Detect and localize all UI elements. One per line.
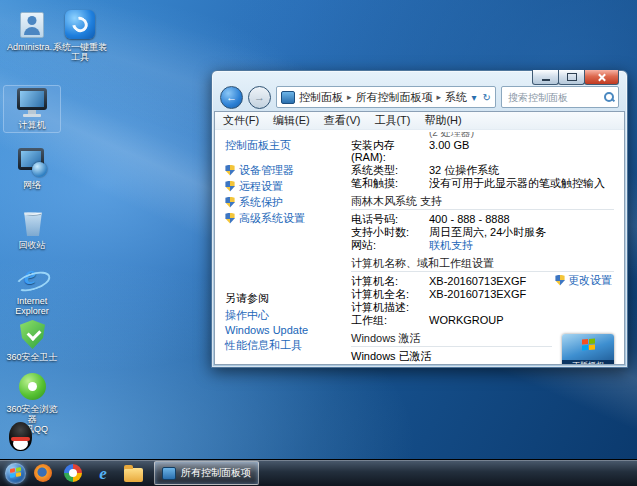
- recycle-bin-icon: [16, 208, 48, 238]
- desktop-icon-label: Internet Explorer: [4, 296, 60, 316]
- breadcrumb[interactable]: 控制面板 所有控制面板项 系统: [276, 86, 496, 108]
- desktop-icon-qq[interactable]: 腾讯QQ: [4, 422, 60, 436]
- section-title: 计算机名称、域和工作组设置: [351, 257, 614, 272]
- sidebar-home-link[interactable]: 控制面板主页: [225, 139, 343, 151]
- row-value: [429, 301, 614, 313]
- windows-flag-icon: [10, 467, 21, 478]
- breadcrumb-dropdown-icon[interactable]: [472, 92, 477, 103]
- desktop-icon-recycle-bin[interactable]: 回收站: [4, 206, 60, 252]
- refresh-icon[interactable]: [483, 92, 491, 103]
- breadcrumb-control-panel[interactable]: 控制面板: [299, 90, 343, 105]
- activation-status-row: Windows 已激活: [351, 350, 552, 362]
- shield-icon: [16, 320, 48, 350]
- change-settings-label: 更改设置: [568, 274, 612, 286]
- processor-partial-text: (2 处理器): [429, 132, 614, 139]
- menu-file[interactable]: 文件(F): [223, 113, 259, 128]
- genuine-windows-badge: 正版授权: [562, 334, 614, 364]
- windows-flag-icon: [582, 338, 595, 350]
- sidebar-item-label: 高级系统设置: [239, 212, 305, 224]
- desktop-icon-360-browser[interactable]: 360安全浏览器: [4, 370, 60, 426]
- desktop-icon-computer[interactable]: 计算机: [4, 86, 60, 132]
- row-label: 计算机描述:: [351, 301, 429, 313]
- close-icon: [597, 73, 606, 82]
- row-value: XB-20160713EXGF: [429, 288, 614, 300]
- support-row: 网站: 联机支持: [351, 239, 614, 251]
- breadcrumb-separator-icon: [434, 92, 445, 102]
- uac-shield-icon: [225, 213, 235, 224]
- taskbar-ie-icon[interactable]: e: [90, 461, 116, 485]
- window-content: 控制面板主页 设备管理器 远程设置 系统保护: [215, 130, 624, 364]
- sidebar-performance-tools[interactable]: 性能信息和工具: [225, 339, 308, 351]
- taskbar-explorer-icon[interactable]: [120, 461, 146, 485]
- spec-row: 安装内存(RAM): 3.00 GB: [351, 139, 614, 163]
- main-content: (2 处理器) 安装内存(RAM): 3.00 GB 系统类型: 32 位操作系…: [343, 130, 624, 364]
- network-icon: [16, 148, 48, 178]
- menu-tools[interactable]: 工具(T): [374, 113, 410, 128]
- window-body: 文件(F) 编辑(E) 查看(V) 工具(T) 帮助(H) 控制面板主页 设备管…: [214, 111, 625, 365]
- desktop-icon-reinstall-tool[interactable]: 系统一键重装工具: [52, 8, 108, 64]
- see-also-section: 另请参阅 操作中心 Windows Update 性能信息和工具: [225, 292, 308, 354]
- taskbar-colorful-browser-icon[interactable]: [60, 461, 86, 485]
- row-value: 32 位操作系统: [429, 164, 614, 176]
- search-icon[interactable]: [604, 92, 614, 102]
- minimize-button[interactable]: [532, 70, 559, 85]
- spec-row: 系统类型: 32 位操作系统: [351, 164, 614, 176]
- desktop-icon-network[interactable]: 网络: [4, 146, 60, 192]
- forward-button[interactable]: →: [248, 86, 271, 109]
- taskbar-orange-browser-icon[interactable]: [30, 461, 56, 485]
- uac-shield-icon: [225, 165, 235, 176]
- sidebar-windows-update[interactable]: Windows Update: [225, 324, 308, 336]
- sidebar-action-center[interactable]: 操作中心: [225, 309, 308, 321]
- desktop-icon-internet-explorer[interactable]: Internet Explorer: [4, 262, 60, 318]
- browser-360-icon: [16, 372, 48, 402]
- row-value: 周日至周六, 24小时服务: [429, 226, 614, 238]
- name-row: 计算机全名: XB-20160713EXGF: [351, 288, 614, 300]
- product-id-value: 00426-OEM-8992662-00006: [394, 363, 534, 364]
- breadcrumb-system[interactable]: 系统: [445, 90, 467, 105]
- breadcrumb-all-items[interactable]: 所有控制面板项: [356, 90, 433, 105]
- see-also-header: 另请参阅: [225, 292, 308, 304]
- close-button[interactable]: [584, 70, 619, 85]
- caption-buttons: [533, 70, 619, 85]
- start-button[interactable]: [5, 463, 26, 484]
- section-title: 雨林木风系统 支持: [351, 195, 614, 210]
- system-icon: [281, 91, 295, 104]
- sidebar-system-protection[interactable]: 系统保护: [225, 196, 343, 208]
- uac-shield-icon: [225, 181, 235, 192]
- menu-edit[interactable]: 编辑(E): [273, 113, 310, 128]
- change-settings-link[interactable]: 更改设置: [555, 274, 612, 286]
- support-section: 雨林木风系统 支持 电话号码: 400 - 888 - 8888 支持小时数: …: [351, 195, 614, 251]
- address-bar: ← → 控制面板 所有控制面板项 系统: [212, 85, 627, 109]
- row-label: 笔和触摸:: [351, 177, 429, 189]
- internet-explorer-icon: [16, 264, 48, 294]
- sidebar-remote-settings[interactable]: 远程设置: [225, 180, 343, 192]
- task-button-label: 所有控制面板项: [181, 466, 251, 480]
- sidebar-advanced-settings[interactable]: 高级系统设置: [225, 212, 343, 224]
- desktop-icon-label: 360安全浏览器: [4, 404, 60, 424]
- back-button[interactable]: ←: [220, 86, 243, 109]
- computer-name-section: 计算机名称、域和工作组设置 更改设置 计算机名: XB-20160713EXGF…: [351, 257, 614, 326]
- menu-bar: 文件(F) 编辑(E) 查看(V) 工具(T) 帮助(H): [215, 112, 624, 130]
- control-panel-icon: [162, 467, 176, 480]
- row-value: 3.00 GB: [429, 139, 614, 163]
- desktop-icon-label: 网络: [4, 180, 60, 190]
- system-window: ← → 控制面板 所有控制面板项 系统 文件(F): [211, 70, 628, 368]
- menu-help[interactable]: 帮助(H): [424, 113, 461, 128]
- search-input[interactable]: [506, 91, 604, 104]
- activation-status: Windows 已激活: [351, 350, 552, 362]
- sidebar-device-manager[interactable]: 设备管理器: [225, 164, 343, 176]
- taskbar-task-button[interactable]: 所有控制面板项: [154, 461, 259, 485]
- desktop-icon-360-safe[interactable]: 360安全卫士: [4, 318, 60, 364]
- desktop: Administra... 系统一键重装工具 计算机 网络 回收站 Intern…: [0, 0, 637, 486]
- section-title: Windows 激活: [351, 332, 552, 347]
- sidebar-item-label: 系统保护: [239, 196, 283, 208]
- row-label: 计算机名:: [351, 275, 429, 287]
- uac-shield-icon: [555, 275, 565, 286]
- row-value: WORKGROUP: [429, 314, 614, 326]
- support-row: 电话号码: 400 - 888 - 8888: [351, 213, 614, 225]
- search-box[interactable]: [501, 86, 619, 108]
- online-support-link[interactable]: 联机支持: [429, 239, 614, 251]
- menu-view[interactable]: 查看(V): [324, 113, 361, 128]
- maximize-button[interactable]: [558, 70, 585, 85]
- row-label: 工作组:: [351, 314, 429, 326]
